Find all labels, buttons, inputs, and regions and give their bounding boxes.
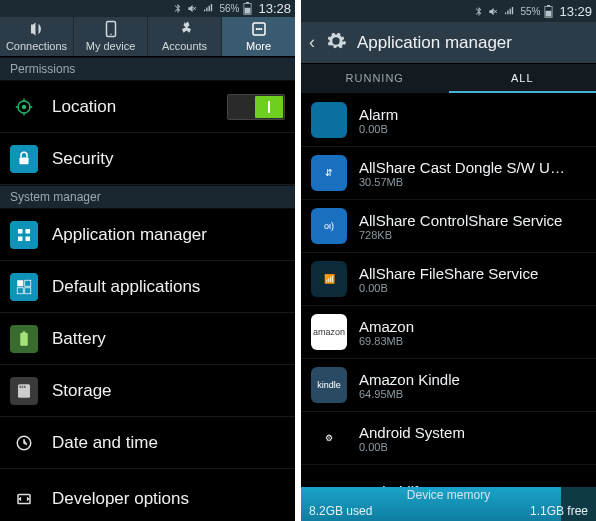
app-icon: οι) (311, 208, 347, 244)
tab-label: My device (86, 40, 136, 52)
app-size: 728KB (359, 229, 562, 241)
status-bar: 56% 13:28 (0, 0, 295, 17)
tab-label: Accounts (162, 40, 207, 52)
app-size: 0.00B (359, 441, 465, 453)
battery-icon (544, 5, 553, 18)
row-battery[interactable]: Battery (0, 313, 295, 365)
row-default-applications[interactable]: Default applications (0, 261, 295, 313)
row-label: Security (52, 149, 285, 169)
apps-icon (10, 221, 38, 249)
app-icon (311, 102, 347, 138)
svg-rect-11 (20, 157, 29, 164)
tab-my-device[interactable]: My device (74, 17, 148, 56)
row-date-and-time[interactable]: Date and time (0, 417, 295, 469)
tab-accounts[interactable]: Accounts (148, 17, 222, 56)
app-icon: kindle (311, 367, 347, 403)
app-icon: amazon (311, 314, 347, 350)
back-icon[interactable]: ‹ (309, 32, 315, 53)
svg-point-4 (110, 34, 112, 36)
default-apps-icon (10, 273, 38, 301)
svg-rect-12 (18, 229, 23, 234)
tab-more[interactable]: More (222, 17, 295, 56)
svg-rect-18 (17, 287, 23, 293)
app-header: ‹ Application manager (301, 22, 596, 64)
battery-percent: 56% (219, 3, 239, 14)
app-name: Amazon Kindle (359, 371, 460, 388)
security-icon (10, 145, 38, 173)
app-list[interactable]: Alarm0.00B⇵AllShare Cast Dongle S/W Upd.… (301, 94, 596, 521)
svg-rect-21 (23, 331, 26, 333)
mute-icon (488, 6, 499, 17)
app-size: 0.00B (359, 123, 398, 135)
accounts-icon (174, 20, 196, 38)
app-row[interactable]: οι)AllShare ControlShare Service728KB (301, 200, 596, 253)
app-manager-screen: 55% 13:29 ‹ Application manager RUNNING … (301, 0, 596, 521)
clock: 13:28 (258, 1, 291, 16)
status-bar: 55% 13:29 (301, 0, 596, 22)
app-name: Amazon (359, 318, 414, 335)
app-row[interactable]: amazonAmazon69.83MB (301, 306, 596, 359)
gear-icon[interactable] (325, 30, 347, 56)
subtab-all[interactable]: ALL (449, 64, 597, 93)
app-row[interactable]: 📶AllShare FileShare Service0.00B (301, 253, 596, 306)
tab-label: More (246, 40, 271, 52)
svg-rect-16 (17, 280, 23, 286)
location-toggle[interactable] (227, 94, 285, 120)
app-icon: ⇵ (311, 155, 347, 191)
svg-rect-20 (20, 333, 28, 346)
filter-tabs: RUNNING ALL (301, 64, 596, 94)
svg-rect-29 (548, 5, 551, 6)
developer-icon (10, 485, 38, 513)
svg-rect-23 (20, 385, 22, 387)
svg-rect-24 (22, 385, 24, 387)
row-location[interactable]: Location (0, 81, 295, 133)
row-security[interactable]: Security (0, 133, 295, 185)
bluetooth-icon (172, 3, 183, 14)
row-application-manager[interactable]: Application manager (0, 209, 295, 261)
row-developer-options[interactable]: Developer options (0, 469, 295, 521)
settings-tabs: Connections My device Accounts More (0, 17, 295, 57)
app-row[interactable]: ⚙Android System0.00B (301, 412, 596, 465)
battery-icon (243, 2, 252, 15)
section-permissions: Permissions (0, 57, 295, 81)
storage-icon (10, 377, 38, 405)
svg-point-6 (255, 28, 257, 30)
svg-rect-25 (24, 385, 26, 387)
app-row[interactable]: kindleAmazon Kindle64.95MB (301, 359, 596, 412)
bluetooth-icon (473, 6, 484, 17)
svg-point-8 (260, 28, 262, 30)
svg-rect-2 (245, 8, 251, 14)
app-name: Android System (359, 424, 465, 441)
more-icon (248, 20, 270, 38)
row-label: Developer options (52, 489, 285, 509)
tab-label: Connections (6, 40, 67, 52)
app-name: AllShare Cast Dongle S/W Upd.. (359, 159, 569, 176)
svg-rect-19 (25, 287, 31, 293)
section-system-manager: System manager (0, 185, 295, 209)
tab-connections[interactable]: Connections (0, 17, 74, 56)
svg-rect-17 (25, 280, 31, 286)
device-icon (100, 20, 122, 38)
storage-free: 1.1GB free (530, 504, 588, 518)
row-label: Date and time (52, 433, 285, 453)
row-label: Default applications (52, 277, 285, 297)
row-label: Application manager (52, 225, 285, 245)
app-icon: ⚙ (311, 420, 347, 456)
svg-rect-30 (546, 10, 552, 16)
settings-screen: 56% 13:28 Connections My device Accounts… (0, 0, 295, 521)
storage-bar: Device memory 8.2GB used 1.1GB free (301, 487, 596, 521)
app-row[interactable]: ⇵AllShare Cast Dongle S/W Upd..30.57MB (301, 147, 596, 200)
storage-label: Device memory (301, 488, 596, 502)
svg-rect-15 (26, 236, 31, 241)
clock: 13:29 (559, 4, 592, 19)
svg-point-7 (257, 28, 259, 30)
app-row[interactable]: Alarm0.00B (301, 94, 596, 147)
svg-rect-14 (18, 236, 23, 241)
row-storage[interactable]: Storage (0, 365, 295, 417)
battery-percent: 55% (520, 6, 540, 17)
row-label: Location (52, 97, 213, 117)
subtab-running[interactable]: RUNNING (301, 64, 449, 93)
app-name: AllShare ControlShare Service (359, 212, 562, 229)
svg-point-10 (22, 104, 27, 109)
mute-icon (187, 3, 198, 14)
